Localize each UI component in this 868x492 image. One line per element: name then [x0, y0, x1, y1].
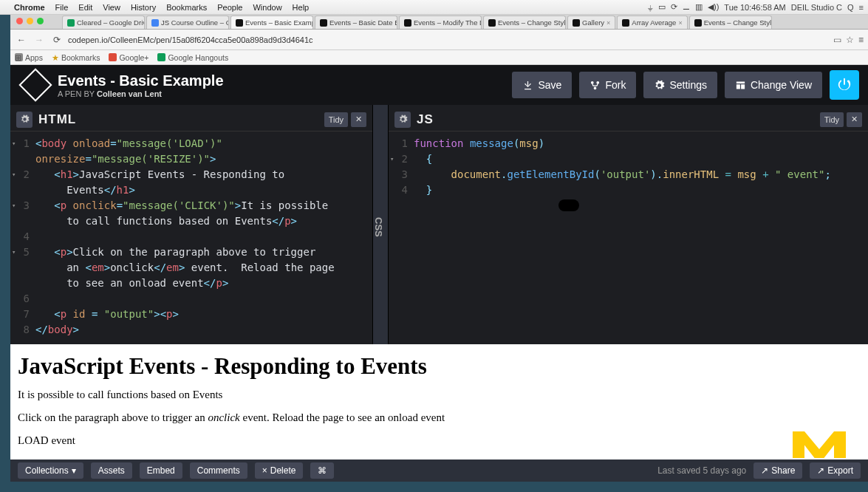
sync-icon[interactable]: ⟳	[671, 2, 677, 12]
zoom-window-icon[interactable]	[37, 18, 44, 24]
comments-button[interactable]: Comments	[190, 462, 247, 479]
js-close-button[interactable]: ✕	[847, 112, 862, 127]
html-editor-pane: HTML Tidy ✕ ▾1 ▾2 ▾3 4 ▾5 6 7 8	[10, 105, 372, 344]
tab-4[interactable]: Events – Modify The DO…×	[399, 16, 482, 29]
change-view-button[interactable]: Change View	[725, 72, 822, 98]
html-tidy-button[interactable]: Tidy	[324, 112, 348, 127]
collections-button[interactable]: Collections ▾	[18, 462, 83, 479]
chevron-down-icon: ▾	[72, 465, 76, 476]
tab-5[interactable]: Events – Change Style×	[483, 16, 566, 29]
export-button[interactable]: ↗ Export	[810, 462, 861, 479]
tab-7[interactable]: Array Average×	[617, 16, 687, 29]
editor-area: HTML Tidy ✕ ▾1 ▾2 ▾3 4 ▾5 6 7 8	[10, 105, 868, 344]
window-controls	[16, 18, 44, 24]
menu-edit[interactable]: Edit	[78, 3, 92, 12]
forward-button[interactable]: →	[33, 35, 46, 45]
minimize-window-icon[interactable]	[27, 18, 33, 24]
page-icon[interactable]: ▭	[833, 35, 841, 45]
bookmark-bar: ⊞Apps ★Bookmarks Google+ Google Hangouts	[10, 50, 868, 65]
menu-status-area: ⏚ ▭ ⟳ ⚊ ▥ ◀)) Tue 10:46:58 AM DEIL Studi…	[648, 2, 864, 12]
cursor-blob	[558, 199, 579, 211]
js-editor-pane: JS Tidy ✕ 1 ▾2 3 4 function message(msg)…	[389, 105, 868, 344]
chrome-menu-icon[interactable]: ≡	[858, 35, 864, 45]
codepen-header: Events - Basic Example A PEN BY Colleen …	[10, 65, 868, 105]
menu-view[interactable]: View	[103, 3, 120, 12]
browser-tabstrip: Cleared – Google Drive× JS Course Outlin…	[10, 15, 868, 30]
js-settings-icon[interactable]	[394, 112, 411, 128]
save-button[interactable]: Save	[512, 72, 572, 98]
bookmark-hangouts[interactable]: Google Hangouts	[157, 53, 228, 62]
html-settings-icon[interactable]	[16, 112, 33, 128]
pen-title[interactable]: Events - Basic Example	[58, 72, 224, 89]
js-tidy-button[interactable]: Tidy	[820, 112, 844, 127]
share-button[interactable]: ↗ Share	[753, 462, 802, 479]
menu-people[interactable]: People	[217, 3, 242, 12]
clock[interactable]: Tue 10:46:58 AM	[724, 3, 785, 12]
output-p3: LOAD event	[18, 434, 861, 447]
tab-3[interactable]: Events – Basic Date Exa…×	[315, 16, 397, 29]
mac-menubar: Chrome File Edit View History Bookmarks …	[0, 0, 868, 15]
delete-button[interactable]: × Delete	[255, 462, 304, 479]
output-frame[interactable]: JavaScript Events - Responding to Events…	[10, 344, 868, 459]
back-button[interactable]: ←	[15, 35, 28, 45]
css-editor-pane[interactable]: CSS	[372, 105, 389, 344]
menu-file[interactable]: File	[55, 3, 69, 12]
bookmark-googleplus[interactable]: Google+	[109, 53, 148, 62]
html-pane-header: HTML Tidy ✕	[10, 108, 372, 131]
codepen-footer: Collections ▾ Assets Embed Comments × De…	[10, 459, 868, 482]
tab-6[interactable]: Gallery×	[567, 16, 615, 29]
tab-2[interactable]: Events – Basic Example×	[230, 16, 313, 29]
js-pane-header: JS Tidy ✕	[389, 108, 868, 131]
output-p2: Click on the paragraph above to trigger …	[18, 411, 861, 424]
bookmark-bookmarks[interactable]: ★Bookmarks	[52, 53, 100, 62]
pen-title-block: Events - Basic Example A PEN BY Colleen …	[58, 72, 224, 98]
bluetooth-icon[interactable]: ⚊	[683, 2, 690, 12]
wifi-icon[interactable]: ⏚	[648, 3, 653, 12]
output-p1[interactable]: It is possible to call functions based o…	[18, 389, 861, 401]
pen-author[interactable]: Colleen van Lent	[97, 89, 162, 98]
css-pane-title: CSS	[373, 217, 384, 237]
menu-extra-icon[interactable]: ≡	[859, 3, 864, 12]
embed-button[interactable]: Embed	[140, 462, 182, 479]
battery-icon[interactable]: ▥	[695, 2, 703, 12]
last-saved-label: Last saved 5 days ago	[657, 465, 746, 476]
reload-button[interactable]: ⟳	[50, 35, 64, 45]
menu-bookmarks[interactable]: Bookmarks	[166, 3, 207, 12]
keyboard-button[interactable]: ⌘	[310, 462, 334, 479]
tab-1[interactable]: JS Course Outline – Goo…×	[146, 16, 229, 29]
menu-window[interactable]: Window	[253, 3, 281, 12]
browser-toolbar: ← → ⟳ codepen.io/ColleenEMc/pen/15a08f62…	[10, 30, 868, 50]
js-pane-title: JS	[417, 112, 434, 127]
profile-button[interactable]	[830, 70, 859, 100]
menu-app[interactable]: Chrome	[14, 3, 45, 12]
assets-button[interactable]: Assets	[91, 462, 132, 479]
menu-history[interactable]: History	[131, 3, 156, 12]
settings-button[interactable]: Settings	[643, 72, 717, 98]
bookmark-apps[interactable]: ⊞Apps	[15, 53, 43, 62]
html-close-button[interactable]: ✕	[351, 112, 366, 127]
url-bar[interactable]: codepen.io/ColleenEMc/pen/15a08f6204cca5…	[68, 35, 313, 44]
studio-label[interactable]: DEIL Studio C	[791, 3, 842, 12]
pen-subtitle: A PEN BY Colleen van Lent	[58, 89, 224, 98]
codepen-logo-icon[interactable]	[18, 68, 52, 101]
html-code-editor[interactable]: ▾1 ▾2 ▾3 4 ▾5 6 7 8 <body onload="messag…	[10, 131, 372, 344]
menu-help[interactable]: Help	[293, 3, 310, 12]
volume-icon[interactable]: ◀))	[708, 2, 719, 12]
michigan-logo-icon	[790, 423, 849, 459]
output-heading: JavaScript Events - Responding to Events	[18, 353, 861, 380]
js-code-editor[interactable]: 1 ▾2 3 4 function message(msg) { documen…	[389, 131, 868, 344]
spotlight-icon[interactable]: Q	[847, 3, 854, 12]
bookmark-star-icon[interactable]: ☆	[846, 35, 854, 45]
display-icon[interactable]: ▭	[658, 2, 666, 12]
fork-button[interactable]: Fork	[579, 72, 636, 98]
tab-8[interactable]: Events – Change Style×	[689, 16, 772, 29]
close-window-icon[interactable]	[16, 18, 23, 24]
html-pane-title: HTML	[38, 112, 76, 127]
tab-0[interactable]: Cleared – Google Drive×	[62, 16, 145, 29]
